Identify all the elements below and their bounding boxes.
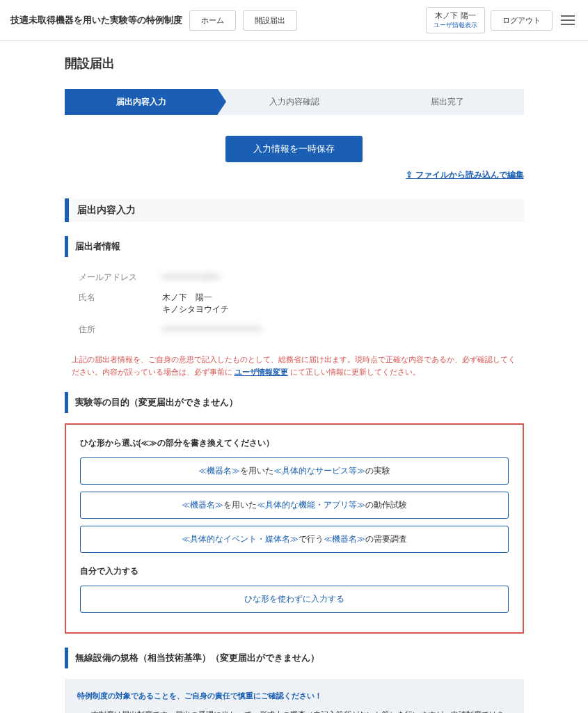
load-from-file-label: ファイルから読み込んで編集 (415, 170, 524, 180)
header-right: 木ノ下 陽一 ユーザ情報表示 ログアウト (426, 7, 578, 33)
main-content: 開設届出 届出内容入力 入力内容確認 届出完了 入力情報を一時保存 ⇪ ファイル… (65, 41, 524, 713)
app-header: 技適未取得機器を用いた実験等の特例制度 ホーム 開設届出 木ノ下 陽一 ユーザ情… (0, 0, 588, 41)
template-heading: ひな形から選ぶ(≪≫の部分を書き換えてください） (80, 437, 509, 449)
applicant-info: メールアドレス xxxxxxxxxx@xx 氏名 木ノ下 陽一 キノシタヨウイチ… (65, 267, 524, 354)
purpose-selection-box: ひな形から選ぶ(≪≫の部分を書き換えてください） ≪機器名≫を用いた≪具体的なサ… (65, 423, 524, 634)
user-name: 木ノ下 陽一 (434, 10, 477, 21)
manual-input-button[interactable]: ひな形を使わずに入力する (80, 586, 509, 613)
spec-notice-title: 特例制度の対象であることを、ご自身の責任で慎重にご確認ください！ (77, 689, 511, 703)
app-title: 技適未取得機器を用いた実験等の特例制度 (10, 14, 182, 26)
progress-step-2: 入力内容確認 (218, 89, 371, 115)
user-info-button[interactable]: 木ノ下 陽一 ユーザ情報表示 (426, 7, 485, 33)
upload-icon: ⇪ (406, 170, 413, 180)
template-option-3[interactable]: ≪具体的なイベント・媒体名≫で行う≪機器名≫の需要調査 (80, 526, 509, 553)
address-value: xxxxxxxxxxxxxxxxxxxxxxxx (162, 324, 510, 336)
load-from-file-link[interactable]: ⇪ ファイルから読み込んで編集 (406, 170, 523, 180)
name-kana: キノシタヨウイチ (162, 304, 510, 315)
header-left: 技適未取得機器を用いた実験等の特例制度 ホーム 開設届出 (10, 10, 297, 31)
email-value: xxxxxxxxxx@xx (162, 272, 510, 283)
applicant-notice: 上記の届出者情報を、ご自身の意思で記入したものとして、総務省に届け出ます。現時点… (65, 354, 524, 392)
section-applicant-heading: 届出者情報 (65, 236, 524, 257)
logout-button[interactable]: ログアウト (491, 10, 553, 31)
user-info-change-link[interactable]: ユーザ情報変更 (235, 368, 288, 376)
template-option-2[interactable]: ≪機器名≫を用いた≪具体的な機能・アプリ等≫の動作試験 (80, 492, 509, 519)
notification-button[interactable]: 開設届出 (243, 10, 297, 31)
section-purpose-heading: 実験等の目的（変更届出ができません） (65, 392, 524, 413)
progress-indicator: 届出内容入力 入力内容確認 届出完了 (65, 89, 524, 115)
email-label: メールアドレス (79, 272, 162, 283)
name-value: 木ノ下 陽一 キノシタヨウイチ (162, 292, 510, 315)
home-button[interactable]: ホーム (189, 10, 236, 31)
progress-step-3: 届出完了 (371, 89, 524, 115)
template-option-1[interactable]: ≪機器名≫を用いた≪具体的なサービス等≫の実験 (80, 457, 509, 485)
save-draft-button[interactable]: 入力情報を一時保存 (225, 136, 363, 162)
progress-step-1: 届出内容入力 (65, 89, 218, 115)
spec-notice-item-1: 本制度は届出制度です。届出の受理に当たって、形式上の審査（未記入箇所がないか等）… (91, 708, 511, 713)
section-input-heading: 届出内容入力 (65, 198, 524, 222)
name-kanji: 木ノ下 陽一 (162, 292, 510, 304)
user-info-sub: ユーザ情報表示 (434, 21, 477, 30)
page-title: 開設届出 (65, 55, 524, 72)
menu-icon[interactable] (558, 13, 578, 28)
spec-notice-box: 特例制度の対象であることを、ご自身の責任で慎重にご確認ください！ 本制度は届出制… (65, 679, 524, 713)
address-label: 住所 (79, 324, 162, 336)
section-spec-heading: 無線設備の規格（相当技術基準）（変更届出ができません） (65, 648, 524, 668)
name-label: 氏名 (79, 292, 162, 315)
manual-heading: 自分で入力する (80, 565, 509, 577)
